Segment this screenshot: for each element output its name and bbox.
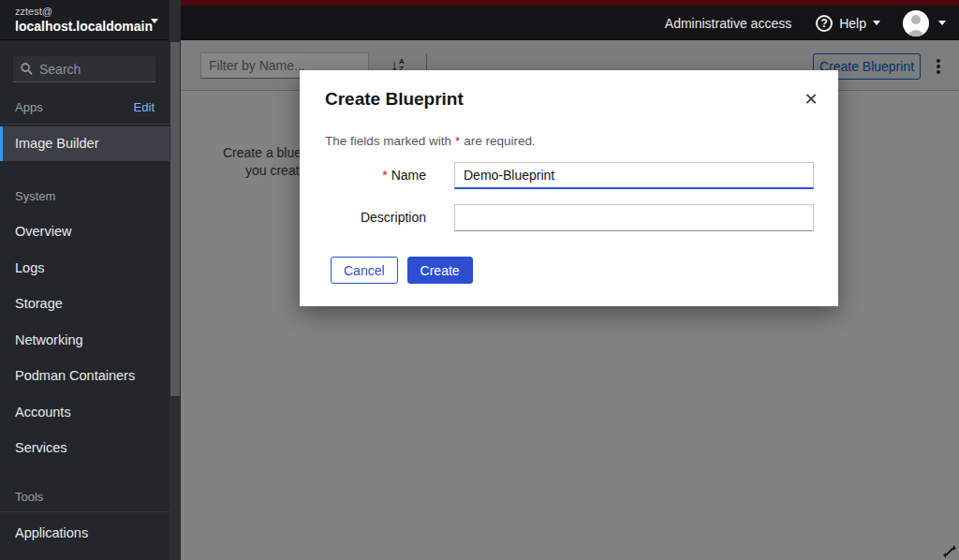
sidebar-item-accounts[interactable]: Accounts	[0, 394, 170, 431]
description-input[interactable]	[454, 204, 814, 231]
required-asterisk: *	[382, 168, 387, 183]
tools-nav-list: Applications	[0, 513, 170, 553]
description-label-text: Description	[361, 210, 426, 225]
system-section-label: System	[15, 189, 55, 203]
tools-section-label: Tools	[15, 490, 43, 504]
resize-cursor-icon	[942, 544, 957, 559]
sidebar-item-networking[interactable]: Networking	[0, 322, 170, 359]
sidebar-item-overview[interactable]: Overview	[0, 214, 170, 250]
name-input[interactable]	[454, 162, 814, 189]
cockpit-window: zztest@ localhost.localdomain Apps Edit …	[0, 0, 959, 560]
sidebar-divider	[0, 511, 170, 512]
help-menu[interactable]: Help	[816, 15, 880, 32]
name-field-label: *Name	[300, 162, 426, 189]
create-button[interactable]: Create	[407, 257, 473, 284]
host-switcher[interactable]: zztest@ localhost.localdomain	[0, 0, 170, 40]
avatar-body	[907, 30, 924, 37]
question-circle-icon	[816, 15, 833, 32]
close-icon[interactable]: ✕	[799, 87, 823, 111]
required-asterisk: *	[455, 134, 460, 148]
description-form-row: Description	[300, 204, 838, 231]
required-note-prefix: The fields marked with	[325, 134, 451, 148]
create-blueprint-modal: Create Blueprint ✕ The fields marked wit…	[300, 70, 838, 306]
masthead: Administrative access Help	[181, 0, 959, 40]
name-form-row: *Name	[300, 162, 838, 189]
required-note-suffix: are required.	[464, 134, 536, 148]
system-nav-list: Overview Logs Storage Networking Podman …	[0, 214, 170, 466]
apps-section-header: Apps Edit	[15, 100, 155, 114]
help-label: Help	[839, 16, 866, 31]
user-avatar-icon[interactable]	[903, 10, 929, 37]
user-menu-caret-down-icon[interactable]	[938, 21, 946, 25]
sidebar-item-services[interactable]: Services	[0, 430, 170, 466]
sidebar-item-logs[interactable]: Logs	[0, 250, 170, 287]
sidebar-scrollbar[interactable]	[170, 0, 181, 560]
modal-title: Create Blueprint	[325, 89, 464, 110]
host-username: zztest@	[15, 6, 145, 18]
required-fields-note: The fields marked with*are required.	[325, 134, 536, 148]
sidebar-item-podman-containers[interactable]: Podman Containers	[0, 358, 170, 394]
search-icon	[21, 63, 33, 75]
avatar-head	[911, 15, 921, 24]
modal-actions: Cancel Create	[331, 257, 473, 284]
search-input[interactable]	[39, 62, 142, 77]
administrative-access-label: Administrative access	[665, 16, 791, 31]
sidebar-item-storage[interactable]: Storage	[0, 286, 170, 322]
host-name: localhost.localdomain	[15, 18, 145, 35]
masthead-right: Administrative access Help	[665, 6, 959, 40]
sidebar-item-image-builder[interactable]: Image Builder	[0, 126, 170, 161]
sidebar-divider	[0, 124, 170, 125]
caret-down-icon	[151, 19, 158, 23]
sidebar-item-applications[interactable]: Applications	[0, 513, 170, 553]
sidebar: zztest@ localhost.localdomain Apps Edit …	[0, 0, 170, 560]
scrollbar-thumb[interactable]	[170, 42, 180, 396]
sidebar-search[interactable]	[13, 56, 155, 82]
caret-down-icon	[873, 21, 880, 25]
name-label-text: Name	[391, 168, 426, 183]
description-field-label: Description	[300, 204, 426, 231]
apps-section-label: Apps	[15, 100, 43, 114]
apps-edit-link[interactable]: Edit	[134, 100, 155, 114]
cancel-button[interactable]: Cancel	[331, 257, 398, 284]
